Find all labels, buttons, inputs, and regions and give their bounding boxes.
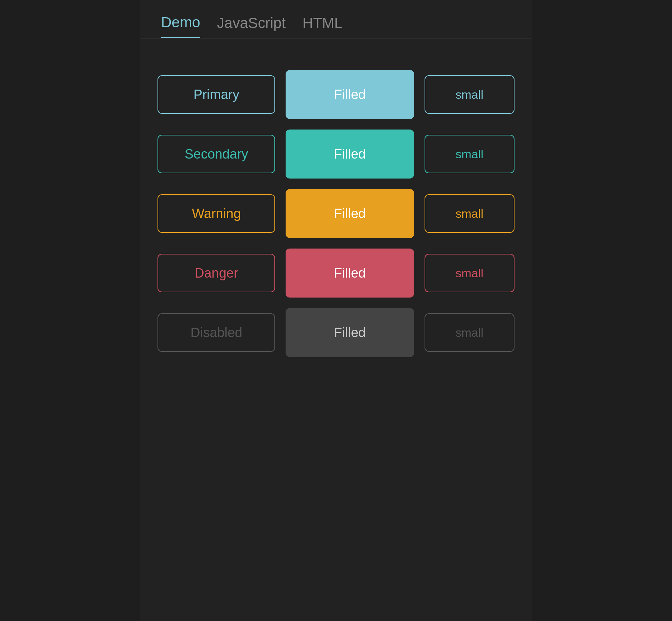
danger-filled-button[interactable]: Filled [286, 249, 414, 298]
tab-html[interactable]: HTML [302, 14, 342, 38]
secondary-outline-button[interactable]: Secondary [158, 135, 275, 173]
button-grid: Primary Filled small Secondary Filled sm… [140, 60, 532, 368]
secondary-filled-button[interactable]: Filled [286, 130, 414, 179]
primary-filled-button[interactable]: Filled [286, 70, 414, 119]
primary-outline-button[interactable]: Primary [158, 75, 275, 114]
disabled-outline-button: Disabled [158, 313, 275, 352]
danger-small-button[interactable]: small [425, 254, 514, 292]
warning-outline-button[interactable]: Warning [158, 194, 275, 233]
disabled-row: Disabled Filled small [158, 308, 514, 357]
warning-small-button[interactable]: small [425, 194, 514, 233]
danger-row: Danger Filled small [158, 249, 514, 298]
app-container: Demo JavaScript HTML Primary Filled smal… [140, 0, 532, 621]
secondary-row: Secondary Filled small [158, 130, 514, 179]
disabled-small-button: small [425, 313, 514, 352]
tab-demo[interactable]: Demo [161, 14, 200, 38]
danger-outline-button[interactable]: Danger [158, 254, 275, 292]
primary-row: Primary Filled small [158, 70, 514, 119]
tab-javascript[interactable]: JavaScript [217, 14, 286, 38]
tab-bar: Demo JavaScript HTML [140, 0, 532, 39]
warning-row: Warning Filled small [158, 189, 514, 238]
primary-small-button[interactable]: small [425, 75, 514, 114]
warning-filled-button[interactable]: Filled [286, 189, 414, 238]
secondary-small-button[interactable]: small [425, 135, 514, 173]
disabled-filled-button: Filled [286, 308, 414, 357]
